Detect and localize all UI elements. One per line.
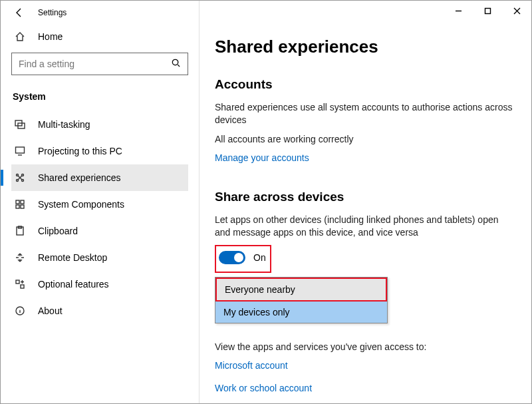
home-icon (13, 31, 27, 42)
main-content: Shared experiences Accounts Shared exper… (199, 25, 531, 404)
projecting-icon (13, 146, 27, 156)
sidebar-item-system-components[interactable]: System Components (11, 191, 188, 218)
svg-rect-11 (16, 205, 19, 208)
sidebar-item-label: Multi-tasking (38, 119, 90, 130)
shared-experiences-icon (13, 172, 27, 183)
about-icon (13, 305, 27, 316)
toggle-state-label: On (253, 252, 266, 263)
sidebar-item-label: Clipboard (38, 226, 78, 236)
sidebar-home[interactable]: Home (11, 25, 188, 49)
svg-rect-16 (21, 285, 24, 288)
sidebar-item-label: Projecting to this PC (38, 146, 122, 156)
svg-rect-15 (16, 280, 19, 284)
share-heading: Share across devices (215, 190, 515, 204)
dropdown-option-highlight: Everyone nearby (215, 278, 387, 302)
page-title: Shared experiences (215, 37, 515, 57)
window-title: Settings (38, 8, 66, 17)
svg-rect-0 (485, 8, 490, 13)
toggle-knob (234, 253, 243, 262)
sidebar-item-shared-experiences[interactable]: Shared experiences (11, 164, 188, 191)
minimize-button[interactable] (444, 1, 473, 21)
optional-features-icon (13, 279, 27, 290)
back-button[interactable] (13, 6, 26, 19)
dropdown-option-mydevices[interactable]: My devices only (215, 302, 387, 323)
sidebar-item-multitasking[interactable]: Multi-tasking (11, 111, 188, 138)
accounts-heading: Accounts (215, 77, 515, 92)
remote-desktop-icon (13, 252, 27, 263)
sidebar-section-heading: System (11, 87, 188, 111)
maximize-button[interactable] (473, 1, 502, 21)
clipboard-icon (13, 226, 27, 236)
sidebar-item-optional-features[interactable]: Optional features (11, 271, 188, 298)
search-input[interactable] (19, 59, 171, 69)
multitasking-icon (13, 119, 27, 130)
sidebar-item-label: About (38, 305, 63, 316)
share-description: Let apps on other devices (including lin… (215, 214, 515, 239)
microsoft-account-link[interactable]: Microsoft account (215, 360, 288, 371)
close-button[interactable] (502, 1, 531, 21)
accounts-description: Shared experiences use all system accoun… (215, 101, 515, 126)
svg-rect-4 (16, 147, 25, 153)
accounts-status: All accounts are working correctly (215, 133, 515, 146)
svg-point-1 (172, 59, 178, 65)
manage-accounts-link[interactable]: Manage your accounts (215, 152, 309, 163)
sidebar-item-label: Shared experiences (38, 172, 121, 183)
system-components-icon (13, 199, 27, 210)
sidebar-item-remote-desktop[interactable]: Remote Desktop (11, 244, 188, 271)
sidebar-item-label: System Components (38, 199, 124, 210)
dropdown-option-everyone[interactable]: Everyone nearby (217, 279, 386, 300)
share-scope-dropdown[interactable]: Everyone nearby My devices only (215, 277, 388, 323)
svg-rect-10 (21, 200, 24, 204)
sidebar-item-label: Remote Desktop (38, 252, 107, 263)
work-school-account-link[interactable]: Work or school account (215, 383, 312, 393)
view-access-label: View the apps and services you've given … (215, 341, 515, 353)
sidebar-item-projecting[interactable]: Projecting to this PC (11, 138, 188, 164)
toggle-highlight: On (215, 245, 271, 273)
sidebar-item-clipboard[interactable]: Clipboard (11, 218, 188, 244)
svg-rect-12 (21, 205, 24, 208)
share-toggle[interactable] (219, 251, 245, 264)
sidebar-item-about[interactable]: About (11, 298, 188, 324)
search-box[interactable] (11, 53, 188, 75)
search-icon (171, 58, 181, 70)
sidebar-home-label: Home (38, 31, 63, 42)
svg-rect-9 (16, 200, 19, 204)
sidebar: Home System Multi-tasking Projecting to … (1, 25, 199, 404)
sidebar-item-label: Optional features (38, 279, 109, 290)
